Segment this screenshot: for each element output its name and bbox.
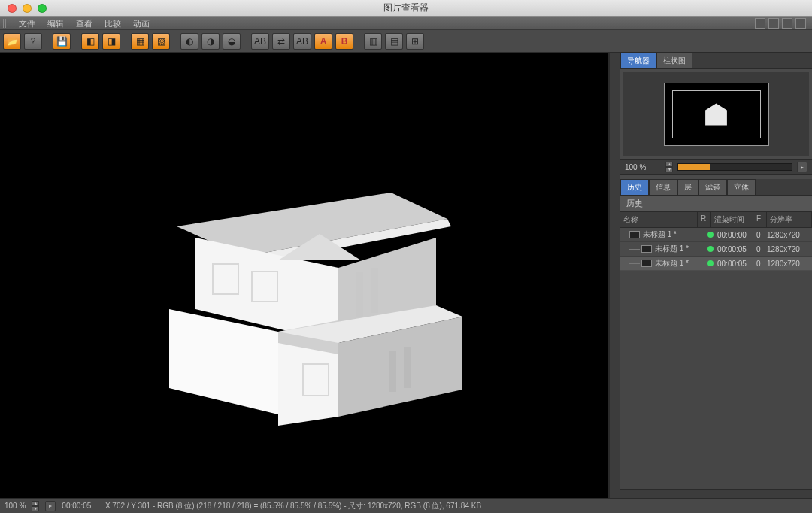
menu-icon[interactable] [795,18,806,29]
row-time: 00:00:05 [717,245,756,253]
menu-compare[interactable]: 比较 [99,18,126,29]
row-thumb-icon [629,231,640,238]
grip-icon[interactable] [3,19,9,28]
viewport-scrollbar[interactable] [609,53,620,498]
row-thumb-icon [641,245,652,253]
svg-marker-5 [169,309,278,414]
col-resolution[interactable]: 分辨率 [767,212,812,227]
menu-edit[interactable]: 编辑 [42,18,69,29]
tab-filter[interactable]: 滤镜 [698,179,727,195]
window-title: 图片查看器 [0,2,812,14]
tab-navigator[interactable]: 导航器 [620,53,656,68]
status-zoom[interactable]: 100 % [5,502,26,510]
svg-rect-15 [389,351,396,392]
row-res: 1280x720 [767,260,812,268]
svg-rect-13 [356,272,363,317]
navigator-thumbnail [698,101,735,128]
history-row[interactable]: 未标题 1 * 00:00:00 0 1280x720 [620,228,812,242]
open-button[interactable]: 📂 [3,33,21,50]
status-zoom-up[interactable]: ▴ [32,501,39,506]
row-time: 00:00:00 [717,231,756,239]
zoom-up-button[interactable]: ▴ [665,162,673,167]
history-header: 名称 R 渲染时间 F 分辨率 [620,212,812,228]
menubar: 文件 编辑 查看 比较 动画 [0,17,812,30]
row-thumb-icon [641,260,652,267]
play-button[interactable]: ▸ [45,501,56,511]
status-info: X 702 / Y 301 - RGB (8 位) (218 / 218 / 2… [105,501,481,511]
expand-icon[interactable] [768,18,779,29]
viewport[interactable] [0,53,609,498]
history-section-title: 历史 [620,196,812,212]
tool-c-button[interactable]: ▦ [131,33,149,50]
tool-e-button[interactable]: ◐ [180,33,198,50]
row-name: 未标题 1 * [643,229,704,240]
status-time: 00:00:05 [62,502,91,510]
toolbar: 📂 ? 💾 ◧ ◨ ▦ ▧ ◐ ◑ ◒ AB ⇄ AB A B ▥ ▤ ⊞ [0,30,812,53]
row-name: 未标题 1 * [655,244,704,254]
menu-view[interactable]: 查看 [71,18,98,29]
tab-histogram[interactable]: 柱状图 [656,53,692,68]
history-row[interactable]: 未标题 1 * 00:00:05 0 1280x720 [620,242,812,256]
svg-rect-16 [404,347,411,388]
row-res: 1280x720 [767,231,812,239]
zoom-fit-button[interactable]: ▸ [797,162,807,172]
tab-layer[interactable]: 层 [677,179,698,195]
channel-a-button[interactable]: A [314,33,332,50]
zoom-value[interactable]: 100 % [625,163,661,172]
svg-rect-14 [371,268,378,313]
row-f: 0 [756,245,767,253]
zoom-down-button[interactable]: ▾ [665,167,673,172]
col-f[interactable]: F [753,212,767,227]
move-icon[interactable] [782,18,792,29]
row-time: 00:00:05 [717,260,756,268]
titlebar: 图片查看器 [0,0,812,17]
statusbar: 100 % ▴ ▾ ▸ 00:00:05 | X 702 / Y 301 - R… [0,498,812,513]
layout-icon[interactable] [755,18,765,29]
zoom-slider[interactable] [677,163,792,171]
row-name: 未标题 1 * [655,258,704,269]
sidebar: 导航器 柱状图 100 % ▴ ▾ ▸ 历史 信息 层 滤镜 立体 历史 名称 … [620,53,812,498]
row-f: 0 [756,260,767,268]
col-render-time[interactable]: 渲染时间 [711,212,753,227]
row-res: 1280x720 [767,245,812,253]
tool-i-button[interactable]: ▤ [385,33,403,50]
rendered-image [94,117,515,433]
menu-anim[interactable]: 动画 [128,18,155,29]
ab-toggle-button[interactable]: AB [251,33,269,50]
status-dot-icon [707,246,714,252]
tool-a-button[interactable]: ◧ [81,33,99,50]
status-dot-icon [707,260,714,266]
col-r[interactable]: R [698,212,711,227]
row-f: 0 [756,231,767,239]
save-button[interactable]: 💾 [53,33,71,50]
tool-h-button[interactable]: ▥ [364,33,382,50]
menu-file[interactable]: 文件 [14,18,41,29]
tool-j-button[interactable]: ⊞ [406,33,424,50]
status-dot-icon [707,232,714,238]
tab-history[interactable]: 历史 [620,179,649,195]
tool-g-button[interactable]: ◒ [223,33,241,50]
tool-b-button[interactable]: ◨ [102,33,120,50]
tab-info[interactable]: 信息 [649,179,677,195]
navigator-preview[interactable] [623,72,809,156]
ab-split-button[interactable]: AB [293,33,311,50]
ab-swap-button[interactable]: ⇄ [272,33,290,50]
sidebar-hscroll[interactable] [620,489,812,498]
tab-stereo[interactable]: 立体 [727,179,756,195]
status-zoom-down[interactable]: ▾ [32,506,39,511]
col-name[interactable]: 名称 [620,212,698,227]
help-button[interactable]: ? [24,33,42,50]
tool-d-button[interactable]: ▧ [152,33,170,50]
channel-b-button[interactable]: B [335,33,353,50]
tool-f-button[interactable]: ◑ [201,33,220,50]
history-row[interactable]: 未标题 1 * 00:00:05 0 1280x720 [620,256,812,271]
